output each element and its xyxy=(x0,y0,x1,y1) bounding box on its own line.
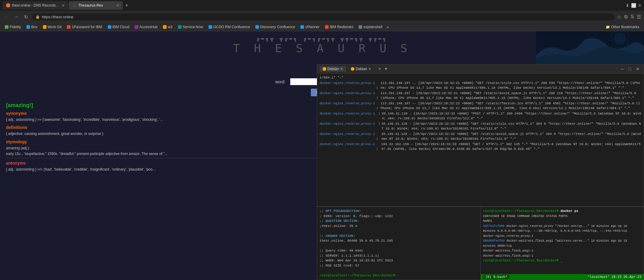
bookmark-1password[interactable]: 1Password for IBM xyxy=(65,24,104,30)
docker-cmd-line: root@localhost:~/Thesaurus_Rex/docker# d… xyxy=(483,209,642,214)
toolbar-icons: ☆ ⧉ S ☰ xyxy=(617,14,641,20)
bookmark-vplanner[interactable]: vPlanner xyxy=(298,24,322,30)
log-line-7: docker-nginx_reverse_proxy-1 | 193.32.16… xyxy=(320,142,641,152)
tab-label-thesaurus: Thesaurus-Rex xyxy=(78,3,103,7)
terminal-tab1-close[interactable]: ✕ xyxy=(340,67,343,71)
terminal-bottom-left: ;; OPT PSEUDOSECTION: ; EDNS: version: 0… xyxy=(317,207,481,280)
dns-line-4: ;thesr.online. IN A xyxy=(320,224,478,229)
maximize-window-btn[interactable]: □ xyxy=(627,67,633,71)
docker-headers: CONTAINER ID IMAGE COMMAND CREATED STATU… xyxy=(483,214,642,219)
dns-line-3: ;; QUESTION SECTION: xyxy=(320,219,478,224)
bookmark-1password-icon xyxy=(67,25,71,29)
docker-row1-name: docker-nginx_reverse_proxy-1 xyxy=(483,234,642,239)
bookmark-redbooks[interactable]: IBM Redbooks xyxy=(323,24,356,30)
bookmark-gcdo-label: GCDO RM Confluence xyxy=(213,25,250,29)
status-right-text: "localhost" 18:33 26-Apr-23 xyxy=(588,275,641,279)
close-btn[interactable]: ✕ xyxy=(638,3,642,8)
docker-cmd-text: docker ps xyxy=(561,209,578,213)
log-content-4: 35.146.31.129 – [26/Apr/2023:18:32:32 +0… xyxy=(382,111,641,121)
bookmark-ibmcloud[interactable]: IBM Cloud xyxy=(105,24,132,30)
log-prefix-text: i/604.1" "-" xyxy=(320,75,343,80)
star-icon[interactable]: ☆ xyxy=(617,14,621,20)
bookmark-box[interactable]: Box xyxy=(24,24,40,30)
debian-icon-1 xyxy=(323,67,326,71)
dns-line-2: ; EDNS: version: 0, flags:; udp: 1232 xyxy=(320,214,478,219)
dns-line-9: ;; WHEN: Wed Apr 26 18:33:02 UTC 2023 xyxy=(320,258,478,263)
window-controls: ⬇ ⬜ ✕ xyxy=(620,3,642,8)
tab-dns[interactable]: thesr.online - DNS Records | Lin... ✕ xyxy=(2,1,68,10)
folder-icon: 📁 xyxy=(606,25,610,29)
close-window-btn[interactable]: ✕ xyxy=(634,67,641,71)
log-line-6: docker-nginx_reverse_proxy-1 | 35.146.31… xyxy=(320,132,641,141)
other-bookmarks[interactable]: 📁 Other Bookmarks xyxy=(603,24,642,30)
bookmark-workgit[interactable]: Work Git xyxy=(41,24,64,30)
address-field[interactable]: 🔒 https://thesr.online xyxy=(32,13,615,20)
more-bookmarks-icon[interactable]: » xyxy=(387,25,389,29)
terminal-tab-debian1[interactable]: Debian ✕ xyxy=(320,66,346,72)
log-host-4: docker-nginx_reverse_proxy-1 xyxy=(320,111,375,116)
cursor: █ xyxy=(561,259,563,262)
terminals-overlay: Debian ✕ Debian ✕ + ▼ ─ □ ✕ i/604.1 xyxy=(317,31,644,280)
minimize-btn[interactable]: ⬇ xyxy=(626,3,629,8)
bookmark-workgit-label: Work Git xyxy=(48,25,62,29)
log-line-5: docker-nginx_reverse_proxy-1 | 35.146.31… xyxy=(320,121,641,131)
log-host-1: docker-nginx_reverse_proxy-1 xyxy=(320,81,375,86)
log-line-2: docker-nginx_reverse_proxy-1 | 113.201.1… xyxy=(320,91,641,101)
log-content-5: 35.146.31.129 – [26/Apr/2023:18:32:32 +0… xyxy=(381,121,641,131)
bookmark-discovery-label: Discovery Confluence xyxy=(260,25,295,29)
right-prompt: root@localhost:~/Thesaurus_Rex/docker# xyxy=(483,258,561,262)
address-bar: ← → ↻ 🔒 https://thesr.online ☆ ⧉ S ☰ xyxy=(0,11,644,23)
container-id-1: 385741fcf600 xyxy=(483,225,507,228)
dns-line-1: ;; OPT PSEUDOSECTION: xyxy=(320,209,478,214)
bookmark-servicenow-icon xyxy=(178,25,182,29)
bookmark-fidelity-label: Fidelity xyxy=(10,25,21,29)
bookmark-gcdo-icon xyxy=(209,25,212,29)
docker-row2-name: docker-waitress_flask_wsgi-1 xyxy=(483,248,642,253)
bookmark-fidelity[interactable]: Fidelity xyxy=(2,24,23,30)
reload-button[interactable]: ↻ xyxy=(22,14,29,20)
back-button[interactable]: ← xyxy=(3,14,10,19)
bookmark-discovery[interactable]: Discovery Confluence xyxy=(253,24,298,30)
bookmark-w3[interactable]: w3 xyxy=(161,24,175,30)
bookmark-w3-label: w3 xyxy=(168,25,172,29)
minimize-window-btn[interactable]: ─ xyxy=(619,67,626,71)
status-tab-label: [0] 0:bash* xyxy=(483,275,510,279)
expand-btn[interactable]: ⬜ xyxy=(631,3,636,8)
tab-dropdown-icon[interactable]: ▼ xyxy=(384,67,388,71)
bookmark-redbooks-label: IBM Redbooks xyxy=(330,25,354,29)
lock-icon: 🔒 xyxy=(35,15,40,19)
bookmark-explainshell-label: explainshell xyxy=(363,25,382,29)
extensions-icon[interactable]: ⧉ xyxy=(624,14,627,19)
bookmarks-bar: Fidelity Box Work Git 1Password for IBM … xyxy=(0,23,644,31)
tab-bar: thesr.online - DNS Records | Lin... ✕ Th… xyxy=(0,0,644,11)
forward-button[interactable]: → xyxy=(13,14,20,19)
bookmark-vplanner-icon xyxy=(300,25,304,29)
docker-output: root@localhost:~/Thesaurus_Rex/docker# d… xyxy=(481,207,644,274)
debian-icon-2 xyxy=(351,67,354,71)
terminal-tab-debian2[interactable]: Debian ✕ xyxy=(348,66,374,72)
tab-favicon-dns xyxy=(6,3,10,7)
bookmark-discovery-icon xyxy=(255,25,259,29)
container-name-1: docker-nginx_reverse_proxy-1 xyxy=(483,234,534,238)
terminal-tab2-close[interactable]: ✕ xyxy=(368,67,371,71)
bookmark-explainshell[interactable]: explainshell xyxy=(356,24,385,30)
bookmark-accesshub[interactable]: AccessHub xyxy=(132,24,160,30)
bookmark-ibmcloud-label: IBM Cloud xyxy=(113,25,129,29)
bookmark-gcdo[interactable]: GCDO RM Confluence xyxy=(206,24,252,30)
bookmark-1password-label: 1Password for IBM xyxy=(72,25,102,29)
menu-icon[interactable]: ☰ xyxy=(637,14,641,20)
bookmark-accesshub-icon xyxy=(135,25,138,29)
tab-close-thesaurus[interactable]: ✕ xyxy=(116,4,119,7)
bookmark-servicenow[interactable]: Service-Now xyxy=(176,24,206,30)
log-prefix: i/604.1" "-" xyxy=(320,75,641,80)
tab-favicon-thesaurus xyxy=(72,3,77,7)
tab-close-dns[interactable]: ✕ xyxy=(62,4,65,7)
new-tab-button[interactable]: + xyxy=(125,2,128,9)
dns-blank xyxy=(320,228,478,234)
profile-icon[interactable]: S xyxy=(630,14,634,19)
add-tab-icon[interactable]: + xyxy=(378,66,381,72)
bookmark-box-icon xyxy=(26,25,30,29)
window-controls-top: ─ □ ✕ xyxy=(619,67,641,71)
log-host-3: docker-nginx_reverse_proxy-1 xyxy=(320,101,375,106)
tab-thesaurus[interactable]: Thesaurus-Rex ✕ xyxy=(69,1,123,10)
